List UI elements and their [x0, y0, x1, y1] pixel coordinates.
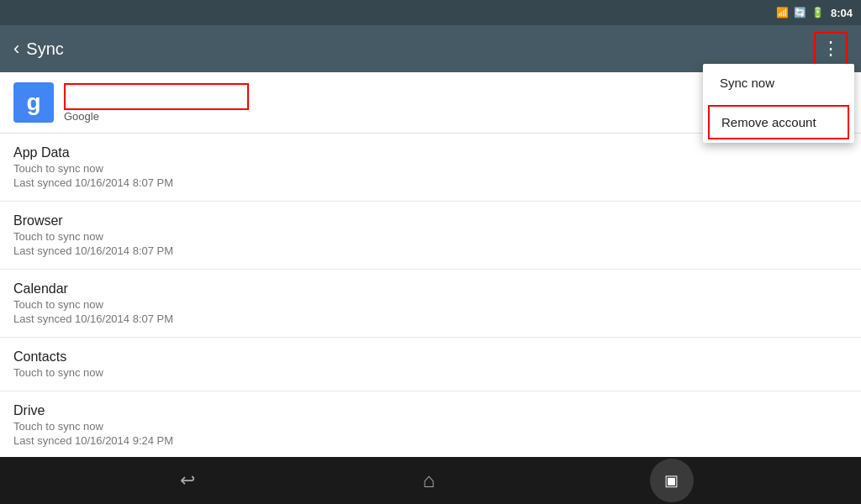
sync-item-sub1: Touch to sync now	[13, 162, 848, 175]
sync-item-sub1: Touch to sync now	[13, 230, 848, 243]
sync-list: App Data Touch to sync now Last synced 1…	[0, 134, 861, 457]
status-icons: 📶 🔄 🔋	[776, 7, 824, 18]
back-nav-button[interactable]: ↩	[167, 460, 208, 501]
back-button[interactable]: ‹	[13, 38, 19, 60]
sync-now-option[interactable]: Sync now	[703, 64, 854, 102]
top-bar-left: ‹ Sync	[13, 38, 64, 60]
sync-item-sub2: Last synced 10/16/2014 8:07 PM	[13, 312, 848, 325]
sync-item-title: Drive	[13, 403, 848, 418]
more-icon: ⋮	[821, 38, 840, 60]
sync-item-appdata[interactable]: App Data Touch to sync now Last synced 1…	[0, 134, 861, 202]
remove-account-option[interactable]: Remove account	[708, 105, 849, 139]
sync-item-title: Contacts	[13, 349, 848, 365]
sync-item-sub2: Last synced 10/16/2014 8:07 PM	[13, 244, 848, 257]
sync-item-sub1: Touch to sync now	[13, 420, 848, 433]
more-button[interactable]: ⋮	[814, 32, 848, 66]
recents-nav-button[interactable]: ▣	[650, 459, 694, 502]
dropdown-menu: Sync now Remove account	[703, 64, 854, 143]
status-bar: 📶 🔄 🔋 8:04	[0, 0, 861, 25]
page-title: Sync	[26, 39, 63, 59]
sync-item-sub1: Touch to sync now	[13, 366, 848, 379]
battery-icon: 🔋	[811, 7, 824, 18]
status-time: 8:04	[831, 7, 853, 19]
account-label: Google	[64, 110, 249, 123]
home-nav-icon: ⌂	[423, 469, 436, 492]
sync-item-title: Browser	[13, 213, 848, 228]
sync-item-title: Calendar	[13, 281, 848, 297]
sync-item-calendar[interactable]: Calendar Touch to sync now Last synced 1…	[0, 270, 861, 338]
sync-item-drive[interactable]: Drive Touch to sync now Last synced 10/1…	[0, 391, 861, 457]
account-info: Google	[64, 83, 249, 123]
sync-item-sub1: Touch to sync now	[13, 298, 848, 311]
bottom-nav: ↩ ⌂ ▣	[0, 457, 861, 504]
home-nav-button[interactable]: ⌂	[409, 460, 449, 501]
data-icon: 🔄	[794, 7, 806, 18]
sync-item-title: App Data	[13, 145, 848, 160]
google-icon: g	[13, 82, 54, 123]
google-letter: g	[26, 89, 40, 116]
sync-item-contacts[interactable]: Contacts Touch to sync now	[0, 338, 861, 391]
sim-icon: 📶	[776, 7, 789, 18]
recents-nav-icon: ▣	[664, 471, 679, 490]
back-nav-icon: ↩	[180, 470, 195, 491]
sync-item-sub2: Last synced 10/16/2014 9:24 PM	[13, 434, 848, 447]
sync-item-browser[interactable]: Browser Touch to sync now Last synced 10…	[0, 202, 861, 270]
account-email-box	[64, 83, 249, 110]
sync-item-sub2: Last synced 10/16/2014 8:07 PM	[13, 176, 848, 189]
